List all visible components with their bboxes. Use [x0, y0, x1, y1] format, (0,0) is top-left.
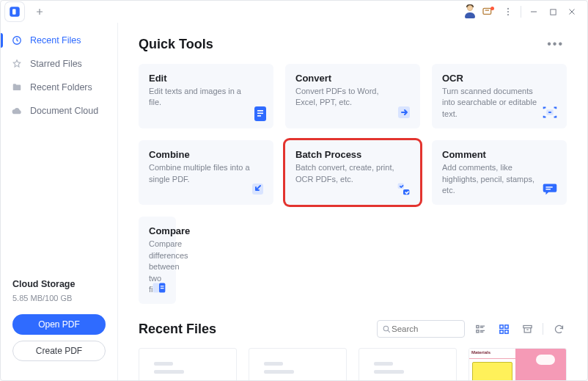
- sidebar-item-recent-folders[interactable]: Recent Folders: [1, 76, 117, 99]
- tool-desc: Combine multiple files into a single PDF…: [149, 162, 251, 185]
- thumb-label: Materials: [469, 349, 515, 359]
- sidebar-item-label: Recent Folders: [30, 82, 92, 92]
- svg-rect-10: [257, 113, 263, 115]
- file-thumb[interactable]: [359, 348, 457, 380]
- tool-grid-row2: Compare Compare differences between two …: [139, 217, 567, 304]
- search-input-wrap[interactable]: [377, 320, 465, 338]
- svg-rect-27: [504, 325, 507, 328]
- doc-placeholder-icon: [374, 362, 441, 380]
- svg-rect-11: [257, 115, 261, 117]
- app-logo[interactable]: [5, 2, 24, 21]
- rf-divider: [543, 323, 543, 335]
- svg-rect-30: [523, 325, 531, 327]
- svg-rect-9: [257, 110, 263, 112]
- tool-grid: Edit Edit texts and images in a file. Co…: [139, 64, 567, 205]
- tool-desc: Convert PDFs to Word, Excel, PPT, etc.: [295, 86, 398, 109]
- tool-card-ocr[interactable]: OCR Turn scanned documents into searchab…: [432, 64, 567, 128]
- svg-rect-6: [550, 9, 555, 14]
- maximize-button[interactable]: [543, 2, 562, 21]
- tool-title: Batch Process: [295, 149, 410, 160]
- tool-desc: Batch convert, create, print, OCR PDFs, …: [295, 162, 398, 185]
- svg-rect-25: [476, 330, 478, 333]
- svg-rect-21: [161, 286, 164, 287]
- tool-title: Combine: [149, 149, 263, 160]
- svg-rect-28: [499, 330, 502, 333]
- doc-placeholder-icon: [154, 362, 221, 380]
- file-thumb-locked[interactable]: [249, 348, 347, 380]
- convert-icon: [394, 104, 413, 121]
- sidebar-item-recent-files[interactable]: Recent Files: [1, 29, 117, 52]
- tool-desc: Edit texts and images in a file.: [149, 86, 251, 109]
- sidebar: Recent Files Starred Files Recent Folder…: [1, 23, 118, 380]
- title-bar: [1, 1, 587, 23]
- svg-rect-26: [499, 325, 502, 328]
- svg-rect-24: [476, 325, 478, 327]
- tool-card-comment[interactable]: Comment Add comments, like highlights, p…: [432, 140, 567, 205]
- svg-point-3: [507, 8, 509, 10]
- archive-icon[interactable]: [519, 321, 535, 337]
- open-pdf-button[interactable]: Open PDF: [12, 314, 106, 335]
- sidebar-item-label: Document Cloud: [30, 106, 98, 116]
- search-icon: [382, 324, 392, 334]
- color-document-preview: Materials: [469, 349, 566, 380]
- recent-icon: [11, 35, 23, 46]
- compare-icon: [150, 279, 169, 297]
- new-tab-button[interactable]: [32, 4, 48, 20]
- file-thumb[interactable]: [139, 348, 237, 380]
- recent-files-grid: Materials: [139, 348, 567, 380]
- sidebar-item-document-cloud[interactable]: Document Cloud: [1, 99, 117, 123]
- notification-icon[interactable]: [479, 2, 499, 21]
- sidebar-item-label: Recent Files: [30, 35, 81, 46]
- comment-icon: [540, 180, 559, 197]
- svg-rect-1: [12, 9, 16, 15]
- quick-tools-header: Quick Tools •••: [139, 36, 567, 52]
- tool-title: Comment: [442, 149, 556, 160]
- cloud-icon: [11, 105, 23, 117]
- minimize-button[interactable]: [524, 2, 543, 21]
- quick-tools-more-icon[interactable]: •••: [544, 36, 567, 52]
- sidebar-item-label: Starred Files: [30, 59, 82, 69]
- tool-card-compare[interactable]: Compare Compare differences between two …: [139, 217, 176, 304]
- tool-card-batch-process[interactable]: Batch Process Batch convert, create, pri…: [285, 140, 420, 205]
- create-pdf-button[interactable]: Create PDF: [12, 341, 106, 361]
- close-button[interactable]: [562, 2, 581, 21]
- cloud-storage-title: Cloud Storage: [12, 279, 106, 289]
- combine-icon: [247, 180, 266, 197]
- doc-placeholder-icon: [264, 362, 331, 380]
- titlebar-divider: [521, 6, 521, 18]
- tool-card-combine[interactable]: Combine Combine multiple files into a si…: [139, 140, 273, 205]
- tool-desc: Add comments, like highlights, pencil, s…: [442, 162, 545, 196]
- tool-card-edit[interactable]: Edit Edit texts and images in a file.: [139, 64, 273, 128]
- recent-files-heading: Recent Files: [139, 322, 216, 337]
- ocr-icon: [540, 104, 559, 121]
- sidebar-item-starred-files[interactable]: Starred Files: [1, 52, 117, 76]
- svg-rect-2: [483, 8, 491, 14]
- app-window: Recent Files Starred Files Recent Folder…: [0, 0, 588, 381]
- svg-point-23: [383, 326, 389, 331]
- svg-point-4: [507, 11, 509, 12]
- tool-title: OCR: [442, 73, 556, 84]
- user-avatar[interactable]: [460, 2, 479, 21]
- tool-card-convert[interactable]: Convert Convert PDFs to Word, Excel, PPT…: [285, 64, 420, 128]
- volcano-illustration: [520, 356, 562, 380]
- list-view-icon[interactable]: [472, 321, 488, 337]
- svg-point-5: [507, 14, 509, 15]
- cloud-storage-usage: 5.85 MB/100 GB: [12, 294, 106, 302]
- refresh-icon[interactable]: [551, 321, 567, 337]
- main-area: Quick Tools ••• Edit Edit texts and imag…: [118, 23, 587, 380]
- svg-rect-17: [545, 187, 552, 188]
- tool-title: Edit: [149, 73, 263, 84]
- grid-view-icon[interactable]: [496, 321, 512, 337]
- svg-rect-18: [545, 189, 551, 189]
- kebab-menu-icon[interactable]: [499, 2, 518, 21]
- search-input[interactable]: [392, 324, 449, 333]
- svg-rect-22: [161, 288, 164, 289]
- file-thumb-color[interactable]: Materials: [468, 348, 567, 380]
- svg-rect-29: [504, 330, 507, 333]
- star-icon: [11, 58, 23, 70]
- folder-icon: [11, 81, 23, 93]
- tool-title: Convert: [295, 73, 410, 84]
- quick-tools-heading: Quick Tools: [139, 37, 213, 52]
- svg-rect-19: [152, 283, 158, 293]
- tool-desc: Turn scanned documents into searchable o…: [442, 86, 545, 120]
